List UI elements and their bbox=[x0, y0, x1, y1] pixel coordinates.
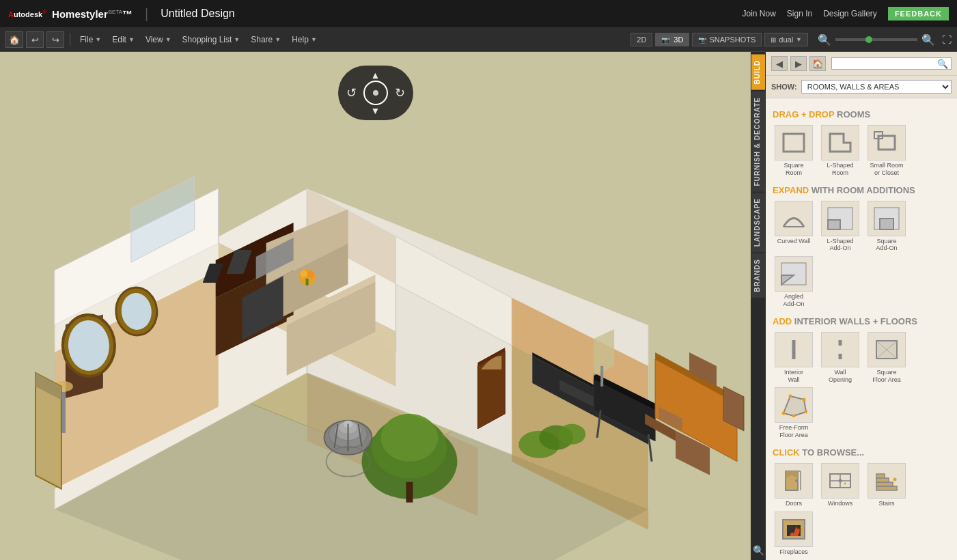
brands-tab[interactable]: BRANDS bbox=[751, 253, 765, 298]
navigation-controls: ↺ ▲ ▼ ↻ bbox=[338, 66, 413, 120]
square-floor-icon bbox=[868, 332, 906, 367]
back-button[interactable]: ◀ bbox=[771, 56, 788, 71]
svg-point-113 bbox=[893, 477, 897, 481]
show-select[interactable]: ROOMS, WALLS & AREAS bbox=[801, 80, 952, 94]
main-area: ↺ ▲ ▼ ↻ BUILD FURNISH & DECORATE LANDSCA… bbox=[0, 52, 957, 560]
l-shaped-room-item[interactable]: L-ShapedRoom bbox=[819, 125, 861, 177]
design-gallery-link[interactable]: Design Gallery bbox=[823, 9, 877, 18]
nav-rotate-left[interactable]: ↺ bbox=[346, 85, 357, 100]
canvas-area[interactable]: ↺ ▲ ▼ ↻ bbox=[0, 52, 751, 560]
l-shaped-addon-item[interactable]: L-ShapedAdd-On bbox=[819, 201, 861, 253]
sign-in-link[interactable]: Sign In bbox=[787, 9, 812, 18]
l-shaped-room-icon bbox=[821, 125, 859, 160]
square-room-icon bbox=[775, 125, 813, 160]
svg-point-38 bbox=[301, 270, 307, 277]
view-caret: ▼ bbox=[165, 36, 171, 43]
doors-item[interactable]: Doors bbox=[773, 463, 815, 507]
nav-down[interactable]: ▼ bbox=[371, 105, 380, 116]
autodesk-logo: Autodesk® bbox=[8, 9, 46, 18]
svg-rect-109 bbox=[876, 486, 897, 490]
fullscreen-button[interactable]: ⛶ bbox=[942, 34, 952, 45]
home-icon-button[interactable]: 🏠 bbox=[5, 31, 23, 48]
square-floor-item[interactable]: SquareFloor Area bbox=[865, 332, 908, 384]
view-menu[interactable]: View ▼ bbox=[141, 32, 176, 47]
top-bar: Autodesk® HomestylerBETA™ | Untitled Des… bbox=[0, 0, 957, 28]
fireplaces-item[interactable]: Fireplaces bbox=[773, 512, 815, 556]
dual-caret: ▼ bbox=[796, 36, 802, 43]
toolbar: 🏠 ↩ ↪ File ▼ Edit ▼ View ▼ Shopping List… bbox=[0, 28, 957, 52]
freeform-floor-item[interactable]: Free-FormFloor Area bbox=[773, 387, 815, 439]
shopping-caret: ▼ bbox=[234, 36, 240, 43]
wall-opening-item[interactable]: WallOpening bbox=[819, 332, 861, 384]
nav-center[interactable] bbox=[363, 81, 388, 105]
forward-button[interactable]: ▶ bbox=[790, 56, 807, 71]
curved-wall-icon bbox=[775, 201, 813, 236]
svg-rect-85 bbox=[880, 219, 893, 229]
edit-menu[interactable]: Edit ▼ bbox=[108, 32, 139, 47]
2d-button[interactable]: 2D bbox=[630, 33, 652, 46]
nav-rotate-right[interactable]: ↻ bbox=[395, 85, 405, 100]
search-icon[interactable]: 🔍 bbox=[934, 59, 951, 69]
stairs-item[interactable]: Stairs bbox=[865, 463, 908, 507]
l-shaped-addon-icon bbox=[821, 201, 859, 236]
home-panel-button[interactable]: 🏠 bbox=[809, 56, 826, 71]
svg-marker-78 bbox=[830, 134, 850, 152]
small-room-icon bbox=[868, 125, 906, 160]
freeform-floor-icon bbox=[775, 387, 813, 423]
drag-drop-header: DRAG + DROP ROOMS bbox=[773, 109, 950, 120]
svg-point-116 bbox=[801, 528, 803, 531]
show-label: SHOW: bbox=[771, 83, 797, 91]
landscape-tab[interactable]: LANDSCAPE bbox=[751, 193, 765, 252]
svg-rect-49 bbox=[600, 366, 603, 387]
snapshots-button[interactable]: 📷 SNAPSHOTS bbox=[692, 33, 762, 46]
click-browse-grid: Doors Windows bbox=[773, 463, 950, 556]
svg-point-96 bbox=[789, 395, 792, 398]
small-room-item[interactable]: Small Roomor Closet bbox=[865, 125, 908, 177]
windows-item[interactable]: Windows bbox=[819, 463, 861, 507]
square-addon-item[interactable]: SquareAdd-On bbox=[865, 201, 908, 253]
zoom-in-button[interactable]: 🔍 bbox=[920, 33, 937, 46]
view-toggle: 2D 📷 3D 📷 SNAPSHOTS ⊞ dual ▼ bbox=[630, 33, 808, 46]
homestyler-text: HomestylerBETA™ bbox=[52, 8, 133, 20]
join-now-link[interactable]: Join Now bbox=[742, 9, 775, 18]
share-caret: ▼ bbox=[275, 36, 281, 43]
help-menu[interactable]: Help ▼ bbox=[288, 32, 321, 47]
right-side: BUILD FURNISH & DECORATE LANDSCAPE BRAND… bbox=[751, 52, 957, 560]
beta-badge: BETA bbox=[109, 9, 122, 15]
build-tab[interactable]: BUILD bbox=[751, 55, 765, 90]
svg-point-107 bbox=[839, 479, 842, 482]
fireplaces-icon bbox=[775, 512, 813, 547]
feedback-button[interactable]: FEEDBACK bbox=[888, 7, 949, 20]
redo-button[interactable]: ↪ bbox=[46, 31, 64, 48]
drag-drop-grid: SquareRoom L-ShapedRoom bbox=[773, 125, 950, 177]
svg-point-39 bbox=[307, 271, 314, 278]
edit-caret: ▼ bbox=[128, 36, 135, 43]
3d-button[interactable]: 📷 3D bbox=[655, 33, 689, 46]
zoom-out-button[interactable]: 🔍 bbox=[816, 33, 833, 46]
search-input[interactable] bbox=[832, 58, 934, 69]
logo-area: Autodesk® HomestylerBETA™ | Untitled Des… bbox=[8, 6, 235, 22]
curved-wall-item[interactable]: Curved Wall bbox=[773, 201, 815, 253]
furnish-tab[interactable]: FURNISH & DECORATE bbox=[751, 92, 765, 192]
dual-button[interactable]: ⊞ dual ▼ bbox=[764, 33, 808, 46]
panel-search: 🔍 bbox=[831, 57, 952, 70]
magnify-button[interactable]: 🔍 bbox=[751, 544, 765, 557]
expand-header: EXPAND WITH ROOM ADDITIONS bbox=[773, 185, 950, 195]
nav-oval: ↺ ▲ ▼ ↻ bbox=[338, 66, 413, 120]
design-title: Untitled Design bbox=[161, 8, 235, 20]
angled-addon-item[interactable]: AngledAdd-On bbox=[773, 256, 815, 308]
share-menu[interactable]: Share ▼ bbox=[247, 32, 285, 47]
interior-wall-item[interactable]: InteriorWall bbox=[773, 332, 815, 384]
square-addon-icon bbox=[868, 201, 906, 236]
panel-nav: ◀ ▶ 🏠 🔍 bbox=[766, 52, 957, 76]
click-browse-header: CLICK TO BROWSE... bbox=[773, 447, 950, 458]
interior-wall-icon bbox=[775, 332, 813, 367]
file-menu[interactable]: File ▼ bbox=[76, 32, 105, 47]
zoom-slider[interactable] bbox=[835, 38, 917, 41]
undo-button[interactable]: ↩ bbox=[26, 31, 44, 48]
floor-plan-svg bbox=[0, 52, 751, 560]
nav-up[interactable]: ▲ bbox=[371, 70, 380, 81]
shopping-list-menu[interactable]: Shopping List ▼ bbox=[178, 32, 245, 47]
square-room-item[interactable]: SquareRoom bbox=[773, 125, 815, 177]
zoom-controls: 🔍 🔍 ⛶ bbox=[816, 33, 952, 46]
